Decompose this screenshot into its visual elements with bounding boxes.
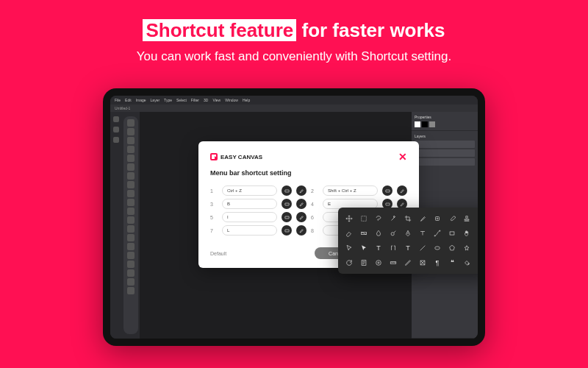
keyboard-icon[interactable] [282,199,292,209]
picker-move-icon[interactable] [344,213,354,224]
picker-direct-select-icon[interactable] [359,243,369,253]
tool-icon[interactable] [127,269,135,277]
picker-text-icon[interactable]: T [373,243,384,253]
rail-icon[interactable] [113,116,119,122]
picker-rect-icon[interactable] [476,243,478,253]
menu-item[interactable]: Type [164,98,172,102]
menu-item[interactable]: Edit [125,98,132,102]
picker-pen-icon[interactable] [403,228,413,238]
picker-heal-icon[interactable] [432,213,442,224]
picker-stamp-icon[interactable] [462,213,472,224]
picker-more-icon[interactable] [476,258,478,268]
picker-eraser-icon[interactable] [344,228,354,238]
document-tab[interactable]: Untitled-1 [115,106,130,110]
tool-icon[interactable] [127,128,135,135]
layer-row[interactable] [415,158,475,166]
picker-line-icon[interactable] [417,243,428,253]
tool-icon[interactable] [127,190,135,197]
menu-item[interactable]: Filter [191,98,199,102]
tool-icon[interactable] [127,225,135,233]
swatch[interactable] [429,121,435,127]
picker-ruler-icon[interactable] [388,258,398,268]
menu-item[interactable]: Window [225,98,238,102]
picker-cursor-icon[interactable] [344,243,354,253]
tool-icon[interactable] [127,261,135,268]
picker-vertical-text-icon[interactable] [388,243,398,253]
shortcut-field[interactable]: Ctrl + Z [222,185,277,196]
tool-icon[interactable] [127,234,135,241]
tool-icon[interactable] [127,252,135,259]
menu-item[interactable]: 3D [204,98,208,102]
swatch[interactable] [422,121,428,127]
tool-icon[interactable] [127,181,135,188]
tool-icon[interactable] [127,216,135,224]
tool-icon[interactable] [127,199,135,206]
tool-icon[interactable] [127,119,135,127]
picker-blur-icon[interactable] [373,228,384,238]
picker-frame-icon[interactable] [417,258,428,268]
picker-hand-icon[interactable] [462,228,472,238]
keyboard-icon[interactable] [282,185,292,196]
picker-crop-icon[interactable] [403,213,413,224]
tool-icon[interactable] [127,287,135,294]
picker-type-icon[interactable] [417,228,428,238]
shortcut-field[interactable]: I [222,212,277,222]
picker-ellipse-icon[interactable] [432,243,442,253]
edit-icon[interactable] [296,199,306,209]
shortcut-field[interactable]: B [222,199,277,209]
picker-marquee-icon[interactable] [359,213,369,224]
picker-rotate-icon[interactable] [344,258,354,268]
edit-icon[interactable] [296,212,306,222]
picker-lasso-icon[interactable] [373,213,384,224]
picker-history-brush-icon[interactable] [476,213,478,224]
default-link[interactable]: Default [210,251,226,256]
tool-icon[interactable] [127,278,135,286]
picker-slice-icon[interactable] [403,258,413,268]
picker-zoom-icon[interactable] [476,228,478,238]
rail-icon[interactable] [113,127,119,132]
swatch[interactable] [415,121,420,127]
picker-note-icon[interactable] [359,258,369,268]
layer-row[interactable] [415,149,475,157]
menu-item[interactable]: Image [136,98,146,102]
edit-icon[interactable] [296,185,306,196]
close-button[interactable]: ✕ [398,152,407,162]
picker-polygon-icon[interactable] [447,243,457,253]
edit-icon[interactable] [296,225,306,236]
picker-wand-icon[interactable] [388,213,398,224]
menu-item[interactable]: Help [243,98,250,102]
rail-icon[interactable] [113,137,119,143]
shortcut-field[interactable]: Shift + Ctrl + Z [323,185,378,196]
shortcut-field[interactable]: L [222,225,277,236]
picker-count-icon[interactable] [373,258,384,268]
keyboard-icon[interactable] [282,212,292,222]
tool-icon[interactable] [127,146,135,153]
keyboard-icon[interactable] [282,225,292,236]
menu-item[interactable]: View [212,98,220,102]
tool-icon[interactable] [127,208,135,215]
picker-paragraph-icon[interactable]: ¶ [432,258,442,268]
tool-icon[interactable] [127,137,135,144]
picker-dodge-icon[interactable] [388,228,398,238]
picker-bucket-icon[interactable] [462,258,472,268]
menu-item[interactable]: Select [176,98,187,102]
picker-brush-icon[interactable] [447,213,457,224]
picker-type-mask-icon[interactable]: T [403,243,413,253]
tool-icon[interactable] [127,155,135,162]
layer-row[interactable] [415,141,475,148]
modal-title: Menu bar shortcut setting [210,169,407,177]
picker-eyedropper-icon[interactable] [417,213,428,224]
picker-quote-icon[interactable]: ❝ [447,258,457,268]
menu-item[interactable]: Layer [151,98,160,102]
picker-custom-shape-icon[interactable] [462,243,472,253]
tool-icon[interactable] [127,243,135,250]
picker-rectangle-icon[interactable] [447,228,457,238]
svg-rect-1 [385,190,389,192]
keyboard-icon[interactable] [382,185,392,196]
tool-icon[interactable] [127,172,135,180]
menu-item[interactable]: File [115,98,121,102]
picker-path-icon[interactable] [432,228,442,238]
edit-icon[interactable] [397,185,407,196]
picker-gradient-icon[interactable] [359,228,369,238]
tool-icon[interactable] [127,163,135,171]
